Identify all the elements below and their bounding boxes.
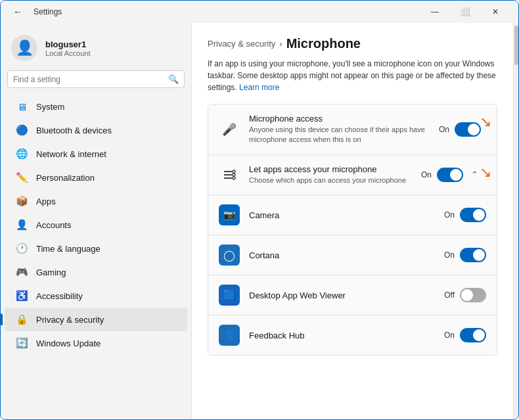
sidebar-item-label-gaming: Gaming [36,268,66,277]
camera-info: Camera [249,210,435,220]
sidebar: 👤 bloguser1 Local Account 🔍 🖥 System 🔵 B… [1,23,191,419]
feedback-hub-toggle[interactable] [460,328,486,342]
privacy-icon: 🔒 [15,313,28,326]
camera-toggle[interactable] [460,208,486,222]
sidebar-item-label-update: Windows Update [36,338,101,348]
cortana-toggle[interactable] [460,248,486,262]
main-inner: Privacy & security › Microphone If an ap… [191,23,518,419]
sidebar-item-system[interactable]: 🖥 System [5,95,187,118]
feedback-hub-info: Feedback Hub [249,331,435,340]
microphone-access-right: On ↗ [439,122,486,137]
let-apps-desc: Choose which apps can access your microp… [249,175,412,185]
feedback-hub-right: On [444,328,486,342]
update-icon: 🔄 [15,337,28,350]
back-button[interactable]: ← [9,3,27,21]
cortana-state: On [444,250,455,260]
orange-arrow-1: ↗ [480,115,491,129]
let-apps-icon [219,164,240,185]
sidebar-item-time[interactable]: 🕐 Time & language [5,237,187,260]
search-input[interactable] [13,75,164,84]
scrollbar[interactable] [513,23,518,419]
let-apps-info: Let apps access your microphone Choose w… [249,164,412,185]
sidebar-item-personalization[interactable]: ✏️ Personalization [5,166,187,189]
accounts-icon: 👤 [15,218,28,231]
sidebar-item-label-time: Time & language [36,244,101,254]
search-box[interactable]: 🔍 [7,70,185,88]
let-apps-name: Let apps access your microphone [249,164,412,174]
microphone-access-info: Microphone access Anyone using this devi… [249,114,430,145]
scrollbar-thumb[interactable] [514,26,518,65]
page-description: If an app is using your microphone, you'… [208,58,497,93]
feedback-hub-icon: 👤 [219,325,240,346]
settings-section: 🎤 Microphone access Anyone using this de… [208,104,497,356]
sidebar-item-bluetooth[interactable]: 🔵 Bluetooth & devices [5,118,187,142]
setting-row-microphone-access: 🎤 Microphone access Anyone using this de… [208,105,497,155]
content-area: 👤 bloguser1 Local Account 🔍 🖥 System 🔵 B… [1,23,518,419]
svg-point-4 [233,174,235,176]
desktop-app-state: Off [444,291,455,300]
orange-arrow-2: ↗ [480,166,491,180]
settings-window: ← Settings — ⬜ ✕ 👤 bloguser1 Local Accou… [0,0,519,420]
camera-name: Camera [249,210,435,220]
page-title: Microphone [286,36,361,51]
svg-point-5 [233,177,235,179]
sidebar-item-gaming[interactable]: 🎮 Gaming [5,260,187,284]
microphone-access-name: Microphone access [249,114,430,124]
microphone-access-desc: Anyone using this device can choose if t… [249,125,430,145]
sidebar-item-label-apps: Apps [36,197,56,206]
breadcrumb: Privacy & security › Microphone [208,36,497,51]
cortana-name: Cortana [249,250,435,260]
maximize-button[interactable]: ⬜ [450,1,480,23]
let-apps-chevron[interactable]: ⌃ [468,168,481,181]
sidebar-item-accessibility[interactable]: ♿ Accessibility [5,284,187,308]
sidebar-item-accounts[interactable]: 👤 Accounts [5,213,187,237]
bluetooth-icon: 🔵 [15,124,28,137]
network-icon: 🌐 [15,147,28,160]
setting-row-camera: 📷 Camera On [208,195,497,235]
close-button[interactable]: ✕ [480,1,510,23]
setting-row-feedback-hub: 👤 Feedback Hub On [208,315,497,355]
search-icon: 🔍 [168,74,179,84]
minimize-button[interactable]: — [420,1,450,23]
let-apps-state: On [421,170,432,179]
main-content: Privacy & security › Microphone If an ap… [191,23,513,419]
feedback-hub-state: On [444,331,455,340]
camera-icon: 📷 [219,204,240,225]
let-apps-right: On ⌃ ↗ [421,168,486,182]
microphone-access-toggle[interactable] [455,122,481,137]
sidebar-item-network[interactable]: 🌐 Network & internet [5,142,187,166]
sidebar-item-label-bluetooth: Bluetooth & devices [36,126,112,135]
breadcrumb-parent[interactable]: Privacy & security [208,39,275,49]
desktop-app-icon: 🟦 [219,285,240,306]
sidebar-item-update[interactable]: 🔄 Windows Update [5,331,187,355]
setting-row-cortana: ◯ Cortana On [208,235,497,275]
sidebar-item-label-privacy: Privacy & security [36,315,104,325]
let-apps-toggle[interactable] [437,168,463,182]
user-section: 👤 bloguser1 Local Account [1,28,191,70]
cortana-right: On [444,248,486,262]
desktop-app-info: Desktop App Web Viewer [249,291,435,300]
username: bloguser1 [45,39,91,49]
desktop-app-name: Desktop App Web Viewer [249,291,435,300]
user-role: Local Account [45,49,91,57]
learn-more-link[interactable]: Learn more [239,83,279,92]
sidebar-item-privacy[interactable]: 🔒 Privacy & security [5,308,187,331]
desktop-app-right: Off [444,288,486,302]
user-info: bloguser1 Local Account [45,39,91,57]
gaming-icon: 🎮 [15,266,28,279]
microphone-access-state: On [439,125,449,134]
title-bar: ← Settings — ⬜ ✕ [1,1,518,23]
accessibility-icon: ♿ [15,289,28,302]
cortana-info: Cortana [249,250,435,260]
sidebar-item-label-accounts: Accounts [36,220,71,230]
window-controls: — ⬜ ✕ [420,1,510,23]
sidebar-item-label-personalization: Personalization [36,173,95,183]
breadcrumb-separator: › [279,39,282,49]
desktop-app-toggle[interactable] [460,288,486,302]
feedback-hub-name: Feedback Hub [249,331,435,340]
sidebar-item-apps[interactable]: 📦 Apps [5,189,187,213]
personalization-icon: ✏️ [15,171,28,184]
svg-point-3 [233,170,235,173]
sidebar-item-label-system: System [36,102,64,112]
sidebar-item-label-accessibility: Accessibility [36,291,83,301]
